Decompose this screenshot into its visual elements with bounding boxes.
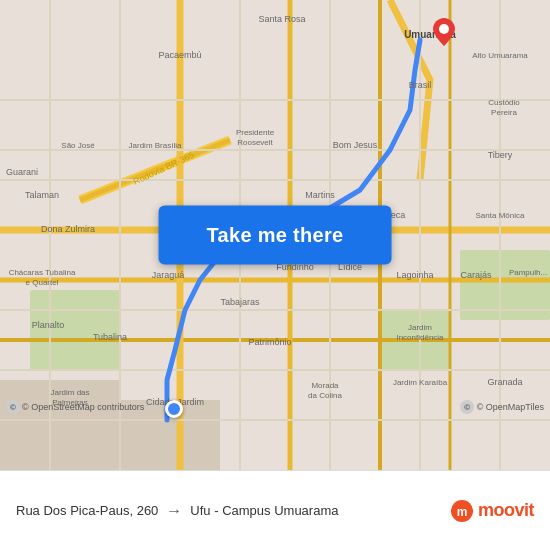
svg-text:Tubalina: Tubalina xyxy=(93,332,127,342)
svg-text:da Colina: da Colina xyxy=(308,391,342,400)
svg-text:Lagoinha: Lagoinha xyxy=(396,270,433,280)
svg-text:Granada: Granada xyxy=(487,377,522,387)
svg-text:Jardim das: Jardim das xyxy=(50,388,89,397)
svg-text:Guarani: Guarani xyxy=(6,167,38,177)
svg-text:Planalto: Planalto xyxy=(32,320,65,330)
svg-text:Jardim: Jardim xyxy=(408,323,432,332)
svg-text:Morada: Morada xyxy=(311,381,339,390)
svg-text:Talaman: Talaman xyxy=(25,190,59,200)
take-me-there-button[interactable]: Take me there xyxy=(159,206,392,265)
svg-text:Martins: Martins xyxy=(305,190,335,200)
map-container: Santa Rosa Pacaembú Umuarama Alto Umuara… xyxy=(0,0,550,470)
svg-text:Santa Mônica: Santa Mônica xyxy=(476,211,525,220)
svg-text:Alto Umuarama: Alto Umuarama xyxy=(472,51,528,60)
svg-rect-1 xyxy=(30,290,120,370)
svg-text:Pereira: Pereira xyxy=(491,108,517,117)
svg-text:Palmeiras: Palmeiras xyxy=(52,398,88,407)
svg-text:Custódio: Custódio xyxy=(488,98,520,107)
svg-text:Presidente: Presidente xyxy=(236,128,275,137)
origin-marker xyxy=(165,400,183,418)
svg-text:Jardim Karaíba: Jardim Karaíba xyxy=(393,378,448,387)
bottom-bar: Rua Dos Pica-Paus, 260 → Ufu - Campus Um… xyxy=(0,470,550,550)
svg-text:m: m xyxy=(457,505,468,519)
svg-text:Tibery: Tibery xyxy=(488,150,513,160)
svg-text:Tabajaras: Tabajaras xyxy=(220,297,260,307)
moovit-logo: m moovit xyxy=(450,499,534,523)
moovit-icon: m xyxy=(450,499,474,523)
svg-text:Jaraguá: Jaraguá xyxy=(152,270,185,280)
svg-point-69 xyxy=(439,24,449,34)
svg-text:Chácaras Tubalina: Chácaras Tubalina xyxy=(9,268,76,277)
svg-text:Pampulh...: Pampulh... xyxy=(509,268,547,277)
arrow-icon: → xyxy=(166,502,182,520)
svg-text:São José: São José xyxy=(61,141,95,150)
svg-text:Dona Zulmira: Dona Zulmira xyxy=(41,224,95,234)
moovit-brand-text: moovit xyxy=(478,500,534,521)
destination-label: Ufu - Campus Umuarama xyxy=(190,503,338,518)
svg-text:e Quartel: e Quartel xyxy=(26,278,59,287)
svg-text:Roosevelt: Roosevelt xyxy=(237,138,273,147)
svg-text:Inconfidência: Inconfidência xyxy=(396,333,444,342)
origin-label: Rua Dos Pica-Paus, 260 xyxy=(16,503,158,518)
svg-text:Patrimônio: Patrimônio xyxy=(248,337,291,347)
svg-text:Brasil: Brasil xyxy=(409,80,432,90)
route-info: Rua Dos Pica-Paus, 260 → Ufu - Campus Um… xyxy=(16,502,450,520)
svg-text:Carajás: Carajás xyxy=(460,270,492,280)
svg-text:Pacaembú: Pacaembú xyxy=(158,50,201,60)
destination-marker xyxy=(433,18,455,46)
svg-text:Jardim Brasília: Jardim Brasília xyxy=(129,141,182,150)
svg-text:Bom Jesus: Bom Jesus xyxy=(333,140,378,150)
svg-text:Santa Rosa: Santa Rosa xyxy=(258,14,305,24)
